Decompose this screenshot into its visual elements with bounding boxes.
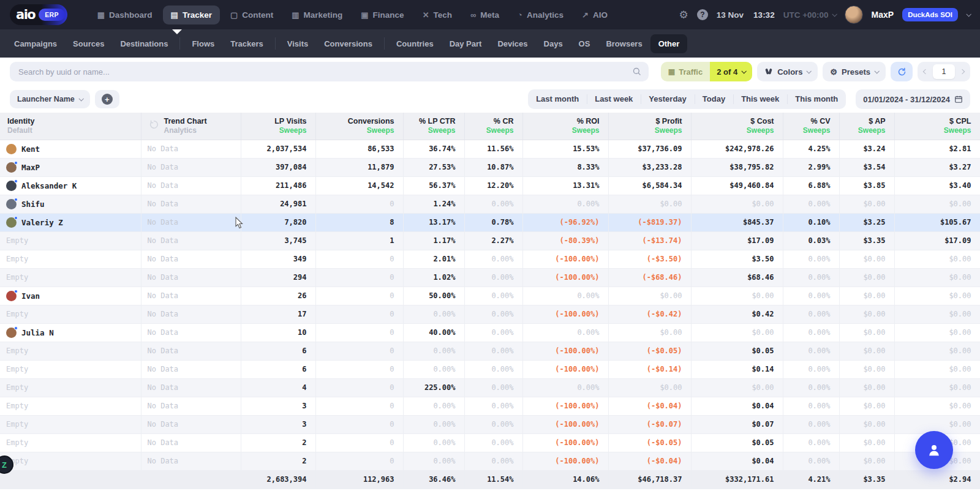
cell--profit: $6,584.34 [608,176,691,195]
range-this-month[interactable]: This month [787,89,846,109]
no-data-label: No Data [148,402,179,410]
subnav-divider [275,37,276,50]
page-number-input[interactable] [933,64,955,79]
table-row[interactable]: EmptyNo Data200.00%0.00%(-100.00%)(-$0.0… [0,452,980,470]
cell--roi: 0.00% [522,287,608,305]
nav-item-tracker[interactable]: ▤Tracker [163,6,220,24]
tab-visits[interactable]: Visits [279,34,316,53]
table-row[interactable]: IvanNo Data26050.00%0.00%0.00%$0.00$0.00… [0,287,980,305]
tab-os[interactable]: OS [571,34,598,53]
tab-conversions[interactable]: Conversions [316,34,380,53]
total-trend-cell [141,470,241,489]
range-this-week[interactable]: This week [733,89,787,109]
tab-devices[interactable]: Devices [489,34,535,53]
launcher-name-dropdown[interactable]: Launcher Name [10,90,90,108]
nav-item-analytics[interactable]: ◔Analytics [510,6,571,24]
tab-sources[interactable]: Sources [65,34,112,53]
table-row[interactable]: EmptyNo Data600.00%0.00%(-100.00%)(-$0.1… [0,360,980,378]
table-row[interactable]: EmptyNo Data3,74511.17%2.27%(-80.39%)(-$… [0,231,980,250]
tab-trackers[interactable]: Trackers [222,34,271,53]
cell--cost: $0.14 [691,360,783,378]
column-header-lp-visits[interactable]: LP VisitsSweeps [241,113,315,140]
table-row[interactable]: Aleksander KNo Data211,48614,54256.37%12… [0,176,980,195]
range-today[interactable]: Today [695,89,733,109]
cell-trend-chart: No Data [141,250,241,268]
help-icon[interactable]: ? [697,9,708,20]
column-header-identity[interactable]: IdentityDefault [0,113,141,140]
column-header--profit[interactable]: $ ProfitSweeps [608,113,691,140]
table-row[interactable]: EmptyNo Data600.00%0.00%(-100.00%)(-$0.0… [0,342,980,360]
table-row[interactable]: KentNo Data2,037,53486,53336.74%11.56%15… [0,140,980,158]
table-row[interactable]: Valeriy ZNo Data7,820813.17%0.78%(-96.92… [0,213,980,231]
logo[interactable]: aio ERP [10,4,67,25]
range-last-week[interactable]: Last week [587,89,641,109]
column-header--cr[interactable]: % CRSweeps [464,113,522,140]
nav-item-content[interactable]: ▢Content [222,6,281,24]
tab-browsers[interactable]: Browsers [598,34,650,53]
table-row[interactable]: Julia NNo Data10040.00%0.00%0.00%$0.00$0… [0,323,980,342]
user-name: MaxP [872,10,894,20]
column-header--roi[interactable]: % ROISweeps [522,113,608,140]
cell--cr: 12.20% [464,176,522,195]
column-header--cpl[interactable]: $ CPLSweeps [894,113,980,140]
nav-item-dashboard[interactable]: ▦Dashboard [89,6,160,24]
cell--lp-ctr: 1.17% [403,231,464,250]
timezone-selector[interactable]: UTC +00:00 [783,10,836,20]
tab-other[interactable]: Other [650,34,688,53]
tab-campaigns[interactable]: Campaigns [6,34,65,53]
nav-item-aio[interactable]: ↗AIO [574,6,616,24]
cell--cv: 0.00% [783,360,839,378]
traffic-filter-button[interactable]: ▦ Traffic 2 of 4 [661,62,752,81]
tab-destinations[interactable]: Destinations [112,34,176,53]
table-row[interactable]: EmptyNo Data40225.00%0.00%0.00%$0.00$0.0… [0,378,980,397]
nav-item-meta[interactable]: ∞Meta [462,6,507,24]
current-time: 13:32 [753,10,775,20]
cell-identity: Valeriy Z [0,213,141,231]
date-range-picker[interactable]: 01/01/2024 - 31/12/2024 [856,89,970,109]
nav-item-tech[interactable]: ✕Tech [415,6,460,24]
column-header-trend-chart[interactable]: Trend ChartAnalytics [141,113,241,140]
nav-item-marketing[interactable]: ▥Marketing [284,6,350,24]
tab-days[interactable]: Days [536,34,571,53]
table-row[interactable]: MaxPNo Data397,08411,87927.53%10.87%8.33… [0,158,980,176]
table-row[interactable]: ShifuNo Data24,98101.24%0.00%0.00%$0.00$… [0,195,980,213]
tab-flows[interactable]: Flows [184,34,222,53]
presets-button[interactable]: ⚙ Presets [823,62,886,81]
range-last-month[interactable]: Last month [528,89,587,109]
cell--profit: (-$3.50) [608,250,691,268]
identity-name: Kent [21,144,40,154]
tab-countries[interactable]: Countries [388,34,442,53]
add-filter-button[interactable]: + [95,90,119,108]
range-yesterday[interactable]: Yesterday [641,89,694,109]
nav-item-finance[interactable]: ▣Finance [353,6,412,24]
colors-button[interactable]: Colors [757,62,818,81]
column-header--cost[interactable]: $ CostSweeps [691,113,783,140]
table-row[interactable]: EmptyNo Data34902.01%0.00%(-100.00%)(-$3… [0,250,980,268]
table-row[interactable]: EmptyNo Data1700.00%0.00%(-100.00%)(-$0.… [0,305,980,323]
workspace-badge[interactable]: DuckAds SOl [902,8,958,21]
tab-day-part[interactable]: Day Part [442,34,490,53]
column-header--cv[interactable]: % CVSweeps [783,113,839,140]
cell-trend-chart: No Data [141,305,241,323]
user-avatar[interactable] [845,6,863,24]
column-header--ap[interactable]: $ APSweeps [839,113,894,140]
refresh-button[interactable] [891,62,913,81]
table-row[interactable]: EmptyNo Data200.00%0.00%(-100.00%)(-$0.0… [0,433,980,452]
chevron-down-icon [832,12,837,17]
column-header-conversions[interactable]: ConversionsSweeps [315,113,403,140]
column-header--lp-ctr[interactable]: % LP CTRSweeps [403,113,464,140]
refresh-icon [897,67,907,77]
account-chevron-down-icon[interactable] [966,12,971,17]
table-row[interactable]: EmptyNo Data300.00%0.00%(-100.00%)(-$0.0… [0,415,980,433]
table-row[interactable]: EmptyNo Data29401.02%0.00%(-100.00%)(-$6… [0,268,980,287]
search-input[interactable] [10,62,649,81]
cell--lp-ctr: 56.37% [403,176,464,195]
table-row[interactable]: EmptyNo Data300.00%0.00%(-100.00%)(-$0.0… [0,397,980,415]
cell--profit: (-$0.42) [608,305,691,323]
cell--profit: (-$0.04) [608,452,691,470]
prev-page-icon[interactable] [923,69,928,74]
support-fab-button[interactable] [915,431,953,469]
settings-gear-icon[interactable]: ⚙ [679,9,688,21]
cell-lp-visits: 2 [241,433,315,452]
next-page-icon[interactable] [960,69,965,74]
